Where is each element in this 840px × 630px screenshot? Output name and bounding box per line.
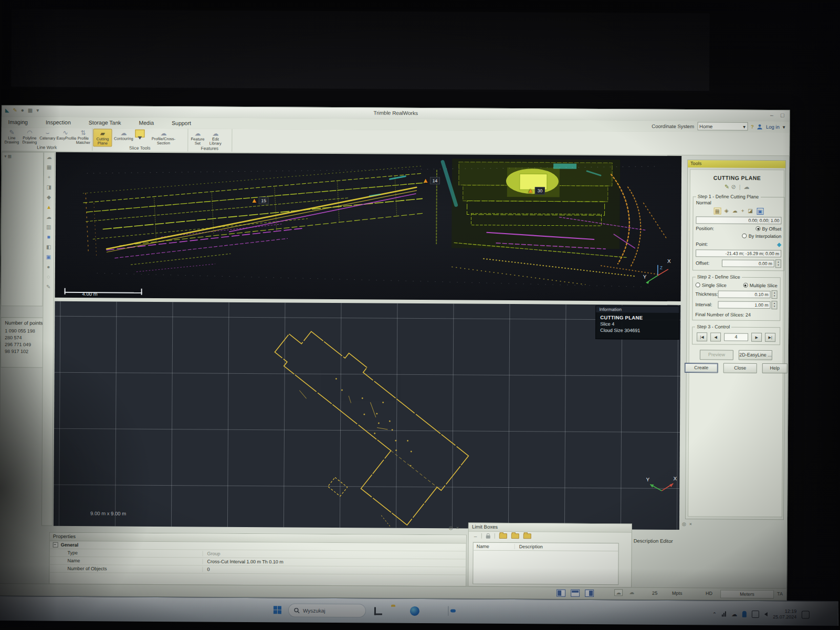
feature-set-button[interactable]: ☁ Feature Set bbox=[188, 129, 206, 146]
panel-tool-icon[interactable]: ■ bbox=[47, 235, 50, 240]
cloud-tool-icon[interactable]: ☁ bbox=[47, 155, 52, 160]
current-slice-input[interactable]: 4 bbox=[724, 333, 748, 341]
normal-mode-icon[interactable]: ☁ bbox=[732, 208, 738, 215]
rows-tool-icon[interactable]: ▥ bbox=[46, 225, 51, 230]
interval-spinner[interactable]: ▴▾ bbox=[771, 301, 777, 309]
circle-tool-icon[interactable]: ◌ bbox=[47, 275, 50, 280]
box-tool-icon[interactable]: ▣ bbox=[46, 255, 51, 260]
create-button[interactable]: Create bbox=[685, 363, 718, 373]
easyline-button[interactable]: 2D-EasyLine ... bbox=[739, 350, 772, 360]
coordinate-system-select[interactable]: Home ▾ bbox=[697, 122, 748, 131]
units-selector[interactable]: Meters bbox=[720, 590, 774, 599]
tab-imaging[interactable]: Imaging bbox=[6, 118, 30, 125]
polyline-drawing-button[interactable]: ◠ Polyline Drawing bbox=[20, 128, 38, 145]
diamond-tool-icon[interactable]: ◆ bbox=[47, 195, 51, 200]
normal-vector-input[interactable]: 0.00; 0.00; 1.00 bbox=[696, 216, 781, 224]
cloud-tool-icon[interactable]: ☁ bbox=[46, 215, 51, 220]
close-button[interactable]: Close bbox=[723, 363, 757, 373]
layout-left-icon[interactable] bbox=[556, 590, 565, 597]
save-folder-icon[interactable] bbox=[511, 533, 519, 539]
contouring-button[interactable]: ☁ Contouring bbox=[112, 129, 135, 141]
radio-by-offset[interactable]: By Offset bbox=[755, 226, 781, 232]
viewport-2d[interactable]: 9.00 m x 9.00 m Y X Information CUTTING … bbox=[54, 301, 681, 530]
grid-tool-icon[interactable]: ▦ bbox=[47, 165, 52, 170]
profile-cross-section-button[interactable]: ☁ Profile/Cross-Section bbox=[146, 129, 180, 146]
export-folder-icon[interactable] bbox=[523, 533, 531, 539]
layout-right-icon[interactable] bbox=[585, 590, 594, 597]
offset-spinner[interactable]: ▴▾ bbox=[775, 259, 781, 268]
notification-center-icon[interactable] bbox=[802, 611, 810, 618]
line-drawing-button[interactable]: ✎ Line Drawing bbox=[3, 128, 20, 145]
edge-browser-icon[interactable] bbox=[410, 606, 419, 616]
close-pane-icon[interactable]: × bbox=[456, 525, 459, 530]
cloud-display-icon[interactable]: ☁ bbox=[629, 589, 634, 595]
project-tree-panel[interactable]: ▾ ▦ bbox=[1, 152, 44, 306]
lock-icon[interactable] bbox=[486, 535, 490, 538]
collapse-icon[interactable] bbox=[53, 542, 58, 548]
layout-top-icon[interactable] bbox=[571, 590, 580, 597]
tab-media[interactable]: Media bbox=[136, 119, 156, 127]
column-name[interactable]: Name bbox=[474, 544, 515, 549]
point-input[interactable]: -21.43 m; -16.29 m; 0.00 m bbox=[696, 249, 781, 257]
disable-plane-icon[interactable]: ⊘ bbox=[731, 184, 736, 190]
thickness-input[interactable]: 0.10 m bbox=[718, 290, 771, 298]
tab-support[interactable]: Support bbox=[170, 119, 193, 127]
help-button[interactable]: Help bbox=[762, 363, 788, 373]
column-description[interactable]: Description bbox=[515, 544, 543, 549]
start-button[interactable] bbox=[274, 606, 281, 614]
radio-single-slice[interactable]: Single Slice bbox=[696, 282, 727, 288]
speaker-icon[interactable] bbox=[764, 612, 768, 616]
first-slice-button[interactable]: |◀ bbox=[697, 332, 707, 341]
warning-flag-icon[interactable]: ▲ bbox=[46, 205, 51, 210]
split-tool-icon[interactable]: ◧ bbox=[46, 245, 51, 250]
taskbar-clock[interactable]: 12:19 25.07.2024 bbox=[773, 608, 796, 620]
login-button[interactable]: Log in bbox=[766, 124, 780, 130]
draw-tool-icon[interactable]: ✎ bbox=[46, 285, 50, 290]
open-folder-icon[interactable] bbox=[499, 533, 507, 539]
display-quality[interactable]: HD bbox=[706, 591, 712, 596]
normal-mode-icon[interactable]: + bbox=[741, 208, 744, 215]
cloud-display-icon[interactable]: ☁ bbox=[614, 589, 623, 596]
interval-input[interactable]: 1.00 m bbox=[718, 301, 770, 309]
cloud-icon[interactable]: ☁ bbox=[744, 184, 750, 190]
last-slice-button[interactable]: ▶| bbox=[765, 333, 775, 342]
easyprofile-button[interactable]: ∿ EasyProfile bbox=[56, 129, 74, 141]
remove-icon[interactable]: – bbox=[474, 533, 477, 539]
screen-cast-icon[interactable] bbox=[752, 611, 759, 618]
previous-slice-button[interactable]: ◀ bbox=[710, 332, 721, 341]
edit-plane-icon[interactable]: ✎ bbox=[724, 184, 729, 190]
point-tool-icon[interactable]: ● bbox=[47, 265, 50, 270]
pick-point-icon[interactable]: ◆ bbox=[777, 241, 782, 248]
profile-matcher-button[interactable]: ⇅ Profile Matcher bbox=[74, 129, 92, 145]
next-slice-button[interactable]: ▶ bbox=[751, 333, 762, 342]
tab-inspection[interactable]: Inspection bbox=[44, 119, 73, 126]
viewport-3d[interactable]: ▲ 15 ▲ 14 ▲ 30 4.00 m X Z Y bbox=[55, 152, 682, 301]
minimize-button[interactable]: – bbox=[770, 112, 773, 118]
radio-multiple-slice[interactable]: Multiple Slice bbox=[743, 283, 778, 288]
annotation-marker[interactable]: ▲ 30 bbox=[527, 186, 545, 194]
catenary-button[interactable]: ⌣ Catenary bbox=[38, 129, 56, 141]
help-icon[interactable]: ? bbox=[751, 123, 754, 129]
radio-by-interpolation[interactable]: By Interpolation bbox=[742, 234, 782, 239]
limit-boxes-table[interactable]: Name Description bbox=[472, 542, 618, 585]
add-tool-icon[interactable]: + bbox=[48, 175, 51, 180]
task-view-icon[interactable] bbox=[374, 607, 382, 615]
chat-app-icon[interactable] bbox=[448, 606, 449, 616]
chevron-down-icon[interactable]: ▾ bbox=[783, 124, 785, 130]
normal-mode-icon[interactable]: ▣ bbox=[757, 208, 764, 215]
tab-storage-tank[interactable]: Storage Tank bbox=[87, 119, 123, 126]
maximize-button[interactable]: □ bbox=[781, 112, 784, 118]
normal-mode-icon[interactable]: ▦ bbox=[714, 207, 721, 214]
cloud-sync-icon[interactable]: ☁ bbox=[731, 611, 737, 617]
cutting-plane-button[interactable]: ▰ Cutting Plane bbox=[93, 129, 112, 146]
tray-expand-icon[interactable]: ⌃ bbox=[712, 611, 717, 617]
offset-input[interactable]: 0.00 m bbox=[722, 260, 774, 268]
pen-input-icon[interactable] bbox=[742, 611, 747, 617]
annotation-marker[interactable]: ▲ 15 bbox=[251, 196, 269, 204]
network-signal-icon[interactable] bbox=[722, 612, 726, 617]
half-view-icon[interactable]: ◨ bbox=[47, 185, 52, 190]
taskbar-search[interactable]: Wyszukaj bbox=[288, 603, 366, 617]
pin-pane-icon[interactable]: ◎ bbox=[682, 521, 686, 527]
normal-mode-icon[interactable]: ◈ bbox=[724, 208, 729, 215]
slice-cursor-icon[interactable] bbox=[135, 130, 144, 138]
